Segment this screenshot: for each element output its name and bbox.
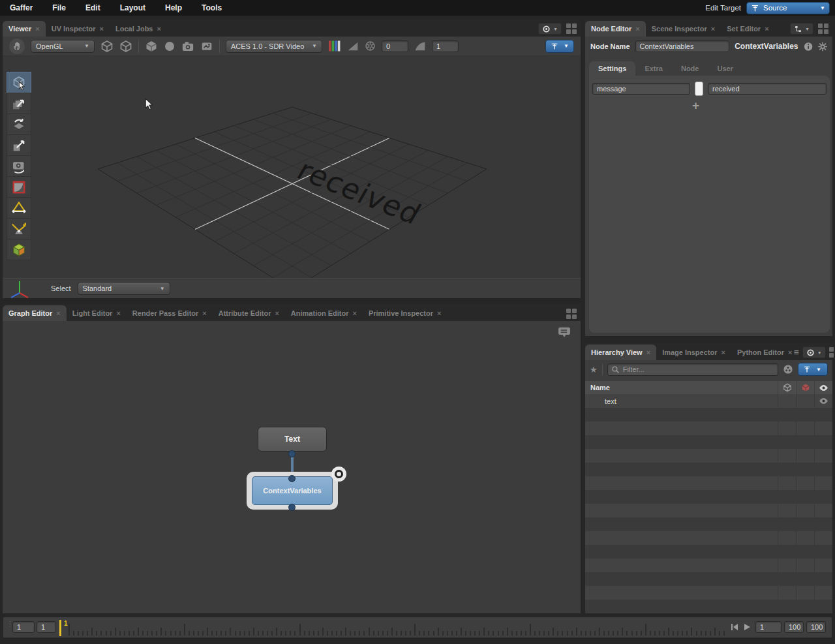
wireframe-cube-icon[interactable] bbox=[100, 40, 114, 53]
light-position-tool-button[interactable] bbox=[7, 218, 31, 239]
subtab-settings[interactable]: Settings bbox=[589, 61, 635, 76]
tab-uv-inspector[interactable]: UV Inspector × bbox=[46, 21, 110, 37]
close-icon[interactable]: × bbox=[202, 309, 206, 317]
timeline-current-field[interactable]: 1 bbox=[37, 621, 56, 633]
subtab-user[interactable]: User bbox=[708, 61, 742, 76]
solid-cube-icon[interactable] bbox=[145, 40, 158, 53]
ramp-icon[interactable] bbox=[347, 40, 359, 52]
close-icon[interactable]: × bbox=[352, 309, 356, 317]
close-icon[interactable]: × bbox=[157, 25, 160, 33]
select-mode-dropdown[interactable]: Standard ▼ bbox=[78, 282, 170, 295]
menu-gaffer[interactable]: Gaffer bbox=[0, 0, 42, 16]
camera-tool-button[interactable] bbox=[7, 155, 31, 177]
gamma-curve-icon[interactable] bbox=[414, 40, 426, 52]
frame-field[interactable]: 1 bbox=[755, 621, 782, 633]
node-name-field[interactable]: ContextVariables bbox=[635, 40, 730, 52]
info-icon[interactable] bbox=[804, 41, 813, 52]
layout-menu-icon[interactable] bbox=[818, 23, 828, 34]
scale-tool-button[interactable] bbox=[7, 134, 31, 156]
add-variable-button[interactable]: + bbox=[692, 100, 699, 111]
renderer-dropdown[interactable]: OpenGL ▼ bbox=[31, 40, 95, 53]
visibility-cell[interactable] bbox=[814, 394, 832, 408]
close-icon[interactable]: × bbox=[788, 348, 792, 356]
exposure-field[interactable]: 0 bbox=[382, 40, 408, 52]
node-graph-canvas[interactable]: Text ContextVariables bbox=[3, 321, 581, 613]
translate-tool-button[interactable] bbox=[7, 93, 31, 114]
viewport-3d[interactable]: received bbox=[3, 56, 581, 278]
light-tool-button[interactable] bbox=[7, 197, 31, 219]
rgb-channels-icon[interactable] bbox=[328, 40, 341, 52]
gamma-field[interactable]: 1 bbox=[432, 40, 459, 52]
scene-view-tool-button[interactable] bbox=[7, 239, 31, 260]
tab-primitive-inspector[interactable]: Primitive Inspector× bbox=[363, 305, 447, 321]
close-icon[interactable]: × bbox=[646, 348, 650, 356]
pause-hand-button[interactable] bbox=[9, 38, 25, 54]
tab-viewer[interactable]: Viewer × bbox=[3, 21, 46, 37]
subtab-node[interactable]: Node bbox=[672, 61, 708, 76]
variable-name-field[interactable]: message bbox=[592, 83, 690, 95]
bookmark-star-icon[interactable]: ★ bbox=[590, 365, 598, 375]
editor-focus-dropdown[interactable]: ▼ bbox=[790, 23, 813, 35]
node-output-plug[interactable] bbox=[288, 450, 296, 457]
menu-tools[interactable]: Tools bbox=[192, 0, 232, 16]
gear-icon[interactable] bbox=[818, 41, 827, 52]
layout-menu-icon[interactable] bbox=[829, 347, 835, 358]
subtab-extra[interactable]: Extra bbox=[635, 61, 672, 76]
tab-attribute-editor[interactable]: Attribute Editor× bbox=[213, 305, 285, 321]
tab-scene-inspector[interactable]: Scene Inspector× bbox=[646, 21, 721, 37]
close-icon[interactable]: × bbox=[56, 309, 60, 317]
tab-set-editor[interactable]: Set Editor× bbox=[721, 21, 774, 37]
camera-icon[interactable] bbox=[181, 40, 194, 53]
tab-local-jobs[interactable]: Local Jobs × bbox=[110, 21, 167, 37]
menu-layout[interactable]: Layout bbox=[110, 0, 155, 16]
skip-to-start-button[interactable] bbox=[730, 622, 739, 632]
end-frame-field[interactable]: 100 bbox=[784, 621, 804, 633]
edit-target-dropdown[interactable]: Source ▼ bbox=[746, 2, 830, 14]
display-transform-dropdown[interactable]: ACES 1.0 - SDR Video ▼ bbox=[226, 40, 322, 53]
tab-animation-editor[interactable]: Animation Editor× bbox=[285, 305, 363, 321]
viewer-settings-dropdown[interactable]: ▼ bbox=[538, 23, 562, 35]
close-icon[interactable]: × bbox=[100, 25, 104, 33]
layout-menu-icon[interactable] bbox=[566, 23, 577, 34]
inclusions-column-header[interactable] bbox=[778, 381, 796, 394]
hamburger-icon[interactable]: ≡ bbox=[793, 347, 798, 358]
rotate-tool-button[interactable] bbox=[7, 114, 31, 135]
crop-window-tool-button[interactable] bbox=[7, 176, 31, 198]
viewer-pin-dropdown[interactable]: ▼ bbox=[545, 40, 574, 53]
node-text[interactable]: Text bbox=[258, 427, 327, 452]
tab-graph-editor[interactable]: Graph Editor× bbox=[3, 305, 67, 321]
image-layers-icon[interactable] bbox=[200, 40, 213, 52]
sphere-shading-icon[interactable] bbox=[164, 40, 175, 52]
name-column-header[interactable]: Name bbox=[585, 384, 778, 391]
set-filter-icon[interactable] bbox=[783, 364, 793, 375]
menu-edit[interactable]: Edit bbox=[76, 0, 110, 16]
hierarchy-row-text[interactable]: text bbox=[585, 394, 832, 408]
node-output-plug[interactable] bbox=[288, 504, 296, 511]
close-icon[interactable]: × bbox=[765, 25, 768, 33]
menu-help[interactable]: Help bbox=[155, 0, 192, 16]
close-icon[interactable]: × bbox=[275, 309, 279, 317]
variable-enabled-toggle[interactable] bbox=[695, 82, 703, 96]
variable-value-field[interactable]: received bbox=[708, 83, 827, 95]
shaded-cube-icon[interactable] bbox=[119, 40, 132, 53]
play-button[interactable] bbox=[742, 622, 752, 632]
frame-ruler[interactable] bbox=[68, 617, 727, 637]
hierarchy-pin-dropdown[interactable]: ▼ bbox=[798, 363, 828, 376]
tab-image-inspector[interactable]: Image Inspector× bbox=[656, 345, 731, 360]
close-icon[interactable]: × bbox=[437, 309, 441, 317]
filter-input[interactable] bbox=[623, 365, 774, 373]
tab-light-editor[interactable]: Light Editor× bbox=[67, 305, 127, 321]
inclusions-cell[interactable] bbox=[778, 394, 796, 408]
tab-node-editor[interactable]: Node Editor× bbox=[585, 21, 646, 37]
menu-file[interactable]: File bbox=[42, 0, 76, 16]
close-icon[interactable]: × bbox=[116, 309, 120, 317]
select-tool-button[interactable] bbox=[7, 72, 31, 93]
layout-menu-icon[interactable] bbox=[566, 309, 577, 319]
hierarchy-focus-dropdown[interactable]: ▼ bbox=[802, 346, 826, 358]
close-icon[interactable]: × bbox=[721, 348, 725, 356]
aperture-icon[interactable] bbox=[365, 40, 376, 52]
node-input-plug[interactable] bbox=[288, 475, 296, 482]
exclusions-cell[interactable] bbox=[796, 394, 814, 408]
playhead-marker[interactable] bbox=[59, 620, 61, 636]
close-icon[interactable]: × bbox=[635, 25, 639, 33]
